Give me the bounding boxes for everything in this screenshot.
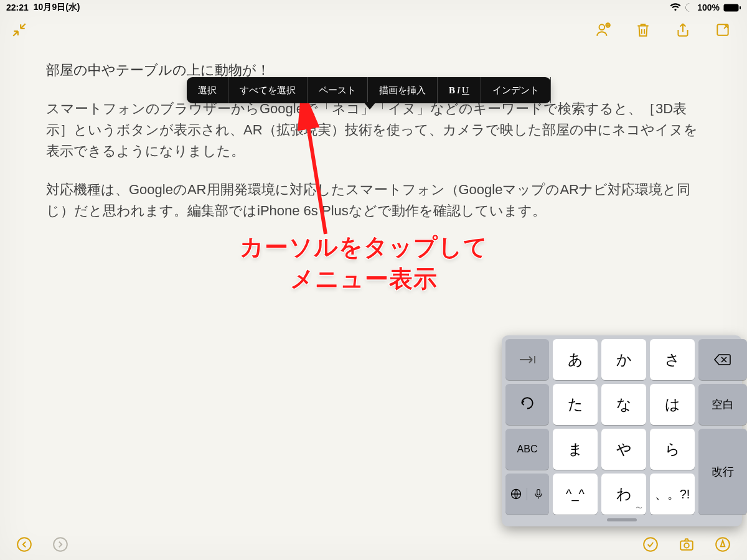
key-ha[interactable]: は bbox=[650, 384, 695, 425]
undo-button[interactable] bbox=[15, 535, 34, 554]
key-ta[interactable]: た bbox=[553, 384, 598, 425]
svg-point-8 bbox=[17, 538, 31, 551]
key-ma[interactable]: ま bbox=[553, 429, 598, 470]
share-button[interactable] bbox=[674, 21, 692, 39]
key-a[interactable]: あ bbox=[553, 339, 598, 380]
checklist-button[interactable] bbox=[641, 535, 660, 554]
floating-keyboard[interactable]: あ か さ た な は 空白 ABC ま や ら 改行 ^_^ わ〜 、。?! bbox=[502, 335, 742, 526]
annotation-line: メニュー表示 bbox=[189, 263, 538, 295]
note-paragraph: 対応機種は、GoogleのAR用開発環境に対応したスマートフォン（Googleマ… bbox=[46, 179, 701, 222]
delete-button[interactable] bbox=[634, 21, 652, 39]
keyboard-drag-handle[interactable] bbox=[607, 518, 637, 521]
svg-rect-11 bbox=[680, 541, 693, 550]
mic-icon[interactable] bbox=[527, 488, 549, 500]
key-wa[interactable]: わ〜 bbox=[601, 474, 646, 515]
collapse-fullscreen-button[interactable] bbox=[10, 21, 29, 39]
key-globe-mic[interactable] bbox=[505, 474, 549, 515]
note-toolbar bbox=[0, 15, 747, 45]
camera-button[interactable] bbox=[677, 535, 696, 554]
key-punct[interactable]: 、。?! bbox=[650, 474, 695, 515]
globe-icon[interactable] bbox=[505, 488, 527, 500]
key-ka[interactable]: か bbox=[601, 339, 646, 380]
battery-icon bbox=[723, 4, 741, 12]
key-na[interactable]: な bbox=[601, 384, 646, 425]
svg-point-9 bbox=[54, 538, 67, 551]
svg-point-12 bbox=[684, 543, 689, 548]
status-date: 10月9日(水) bbox=[34, 2, 80, 13]
svg-rect-1 bbox=[740, 6, 741, 9]
do-not-disturb-icon bbox=[685, 3, 693, 12]
key-sa[interactable]: さ bbox=[650, 339, 695, 380]
text-context-menu: 選択 すべてを選択 ペースト 描画を挿入 BIU インデント bbox=[187, 77, 551, 103]
note-body[interactable]: 部屋の中やテーブルの上に動物が！ スマートフォンのブラウザーからGoogleで「… bbox=[0, 45, 747, 222]
collaborate-button[interactable] bbox=[594, 21, 613, 39]
wifi-icon bbox=[670, 3, 681, 12]
ctx-select[interactable]: 選択 bbox=[187, 77, 228, 103]
key-undo[interactable] bbox=[505, 384, 549, 425]
status-time: 22:21 bbox=[6, 2, 29, 12]
svg-point-10 bbox=[644, 538, 657, 551]
ctx-format-biu[interactable]: BIU bbox=[438, 77, 481, 103]
annotation-text: カーソルをタップして メニュー表示 bbox=[189, 231, 538, 296]
battery-percent: 100% bbox=[697, 2, 720, 12]
key-tab[interactable] bbox=[505, 339, 549, 380]
key-abc[interactable]: ABC bbox=[505, 429, 549, 470]
svg-point-2 bbox=[599, 24, 605, 30]
ctx-indent[interactable]: インデント bbox=[481, 77, 551, 103]
annotation-line: カーソルをタップして bbox=[189, 231, 538, 263]
ctx-select-all[interactable]: すべてを選択 bbox=[228, 77, 308, 103]
ctx-insert-drawing[interactable]: 描画を挿入 bbox=[368, 77, 438, 103]
status-bar: 22:21 10月9日(水) 100% bbox=[0, 0, 747, 15]
new-note-button[interactable] bbox=[713, 21, 732, 39]
bottom-toolbar bbox=[0, 529, 747, 560]
key-space[interactable]: 空白 bbox=[698, 384, 747, 425]
redo-button[interactable] bbox=[51, 535, 70, 554]
svg-rect-7 bbox=[537, 490, 540, 495]
svg-rect-0 bbox=[724, 4, 739, 11]
markup-button[interactable] bbox=[713, 535, 732, 554]
key-ya[interactable]: や bbox=[601, 429, 646, 470]
key-kaomoji[interactable]: ^_^ bbox=[553, 474, 598, 515]
ctx-paste[interactable]: ペースト bbox=[308, 77, 368, 103]
key-ra[interactable]: ら bbox=[650, 429, 695, 470]
key-delete[interactable] bbox=[698, 339, 747, 380]
key-return[interactable]: 改行 bbox=[698, 429, 747, 515]
